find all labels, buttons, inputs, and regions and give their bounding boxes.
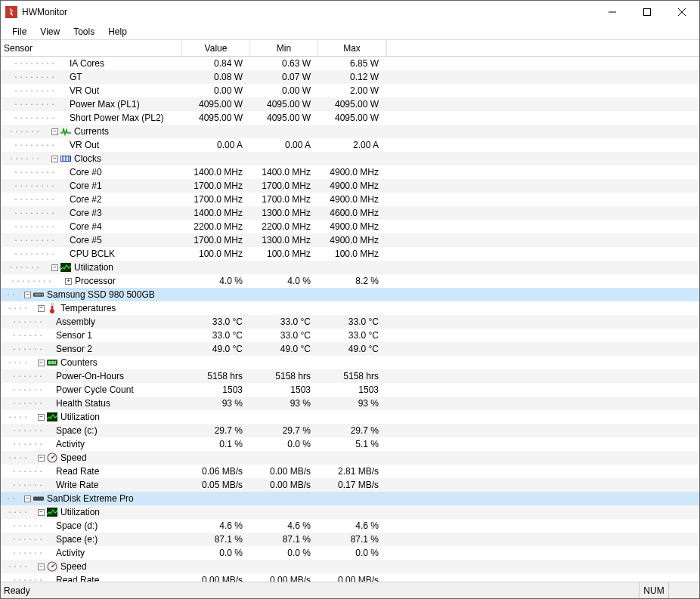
- row-label: Power-On-Hours: [55, 371, 124, 381]
- maximize-button[interactable]: [630, 1, 664, 23]
- row-label: Core #3: [69, 208, 102, 218]
- sensor-row[interactable]: ······Power Cycle Count150315031503: [1, 383, 699, 397]
- row-label: Power Max (PL1): [69, 99, 140, 110]
- row-label: Space (c:): [55, 425, 98, 436]
- cell-min: 0.63 W: [250, 58, 318, 69]
- sensor-row[interactable]: ········Core #51700.0 MHz1300.0 MHz4900.…: [1, 233, 699, 247]
- sensor-row[interactable]: ······Activity0.0 %0.0 %0.0 %: [1, 546, 699, 560]
- sensor-row[interactable]: ········GT0.08 W0.07 W0.12 W: [1, 70, 699, 84]
- window-title: HWMonitor: [22, 7, 67, 17]
- sensor-row[interactable]: ········IA Cores0.84 W0.63 W6.85 W: [1, 57, 699, 70]
- group-row[interactable]: ······−Utilization: [1, 261, 699, 274]
- group-row[interactable]: ······−Currents: [1, 125, 699, 138]
- sensor-row[interactable]: ······Assembly33.0 °C33.0 °C33.0 °C: [1, 315, 699, 329]
- collapse-icon[interactable]: −: [38, 305, 45, 312]
- cell-v: 1700.0 MHz: [182, 194, 250, 205]
- sensor-row[interactable]: ········Short Power Max (PL2)4095.00 W40…: [1, 111, 699, 125]
- svg-rect-9: [67, 156, 68, 161]
- collapse-icon[interactable]: −: [38, 455, 45, 462]
- sensor-row[interactable]: ········Core #42200.0 MHz2200.0 MHz4900.…: [1, 220, 699, 233]
- cell-min: 0.00 MB/s: [250, 466, 318, 477]
- sensor-row[interactable]: ······Write Rate0.05 MB/s0.00 MB/s0.17 M…: [1, 478, 699, 492]
- row-label: Assembly: [55, 316, 95, 327]
- collapse-icon[interactable]: −: [38, 414, 45, 421]
- svg-point-31: [51, 566, 53, 567]
- cell-min: 4.6 %: [250, 520, 318, 531]
- minimize-button[interactable]: [595, 1, 630, 23]
- row-label: Utilization: [73, 262, 113, 273]
- group-row[interactable]: ····−Temperatures: [1, 301, 699, 315]
- device-row[interactable]: ··−Samsung SSD 980 500GB: [1, 288, 699, 301]
- sensor-row[interactable]: ········VR Out0.00 A0.00 A2.00 A: [1, 138, 699, 152]
- row-label: Utilization: [60, 412, 100, 422]
- collapse-icon[interactable]: −: [24, 496, 31, 502]
- sensor-row[interactable]: ······Power-On-Hours5158 hrs5158 hrs5158…: [1, 369, 699, 383]
- menu-tools[interactable]: Tools: [67, 25, 101, 39]
- sensor-row[interactable]: ······Space (c:)29.7 %29.7 %29.7 %: [1, 424, 699, 437]
- row-label: Sensor 1: [55, 330, 92, 341]
- device-row[interactable]: ··−SanDisk Extreme Pro: [1, 492, 699, 505]
- row-label: Short Power Max (PL2): [69, 113, 164, 123]
- cell-min: 0.00 W: [250, 85, 318, 96]
- cell-v: 1503: [182, 384, 250, 395]
- row-label: Sensor 2: [55, 344, 92, 354]
- col-sensor[interactable]: Sensor: [1, 40, 182, 56]
- sensor-row[interactable]: ········Core #21700.0 MHz1700.0 MHz4900.…: [1, 193, 699, 206]
- collapse-icon[interactable]: −: [51, 156, 58, 162]
- row-label: SanDisk Extreme Pro: [46, 493, 134, 504]
- collapse-icon[interactable]: −: [38, 360, 45, 366]
- collapse-icon[interactable]: −: [51, 264, 58, 271]
- cell-max: 4900.0 MHz: [318, 235, 386, 245]
- sensor-row[interactable]: ······Health Status93 %93 %93 %: [1, 397, 699, 410]
- cell-min: 49.0 °C: [250, 344, 318, 354]
- sensor-row[interactable]: ······Read Rate0.06 MB/s0.00 MB/s2.81 MB…: [1, 465, 699, 478]
- collapse-icon[interactable]: −: [38, 563, 45, 570]
- col-value[interactable]: Value: [182, 40, 250, 56]
- group-row[interactable]: ······−Clocks: [1, 152, 699, 165]
- menu-file[interactable]: File: [5, 25, 33, 39]
- sensor-row[interactable]: ········VR Out0.00 W0.00 W2.00 W: [1, 84, 699, 97]
- col-max[interactable]: Max: [318, 40, 386, 56]
- sensor-row[interactable]: ········Core #31400.0 MHz1300.0 MHz4600.…: [1, 206, 699, 220]
- collapse-icon[interactable]: −: [38, 509, 45, 516]
- group-row[interactable]: ····−Speed: [1, 560, 699, 573]
- cell-min: 5158 hrs: [250, 371, 318, 381]
- expand-icon[interactable]: +: [65, 278, 72, 285]
- group-row[interactable]: ····−Utilization: [1, 410, 699, 424]
- sensor-row[interactable]: ······Read Rate0.00 MB/s0.00 MB/s0.00 MB…: [1, 573, 699, 582]
- sensor-row[interactable]: ········Power Max (PL1)4095.00 W4095.00 …: [1, 97, 699, 111]
- collapse-icon[interactable]: −: [51, 128, 58, 135]
- sensor-row[interactable]: ······Space (e:)87.1 %87.1 %87.1 %: [1, 533, 699, 546]
- hdd-icon: [33, 493, 44, 504]
- sensor-row[interactable]: ······Activity0.1 %0.0 %5.1 %: [1, 437, 699, 451]
- cell-min: 0.0 %: [250, 439, 318, 449]
- col-min[interactable]: Min: [250, 40, 318, 56]
- row-label: Currents: [73, 126, 109, 137]
- cell-max: 6.85 W: [318, 58, 386, 69]
- cell-v: 0.0 %: [182, 548, 250, 558]
- row-label: GT: [69, 72, 82, 82]
- collapse-icon[interactable]: −: [24, 292, 31, 298]
- menu-help[interactable]: Help: [101, 25, 134, 39]
- cell-min: 1400.0 MHz: [250, 167, 318, 178]
- cell-max: 5158 hrs: [318, 371, 386, 381]
- cell-v: 0.08 W: [182, 72, 250, 82]
- sensor-row[interactable]: ······Sensor 133.0 °C33.0 °C33.0 °C: [1, 329, 699, 342]
- cell-min: 0.0 %: [250, 548, 318, 558]
- sensor-tree[interactable]: ········IA Cores0.84 W0.63 W6.85 W······…: [1, 57, 699, 582]
- sensor-row[interactable]: ········CPU BCLK100.0 MHz100.0 MHz100.0 …: [1, 247, 699, 261]
- sensor-row[interactable]: ······Space (d:)4.6 %4.6 %4.6 %: [1, 519, 699, 533]
- group-row[interactable]: ····−Counters: [1, 356, 699, 369]
- cell-v: 4095.00 W: [182, 99, 250, 110]
- cell-min: 2200.0 MHz: [250, 221, 318, 232]
- utilization-icon: [47, 412, 57, 422]
- sensor-row[interactable]: ········Core #01400.0 MHz1400.0 MHz4900.…: [1, 165, 699, 179]
- group-row[interactable]: ····−Speed: [1, 451, 699, 465]
- close-button[interactable]: [664, 1, 699, 23]
- svg-rect-10: [69, 156, 70, 161]
- sensor-row[interactable]: ········Core #11700.0 MHz1700.0 MHz4900.…: [1, 179, 699, 193]
- menu-view[interactable]: View: [33, 25, 67, 39]
- sensor-row[interactable]: ······Sensor 249.0 °C49.0 °C49.0 °C: [1, 342, 699, 356]
- group-row[interactable]: ····−Utilization: [1, 505, 699, 519]
- sensor-row[interactable]: ········+Processor4.0 %4.0 %8.2 %: [1, 274, 699, 288]
